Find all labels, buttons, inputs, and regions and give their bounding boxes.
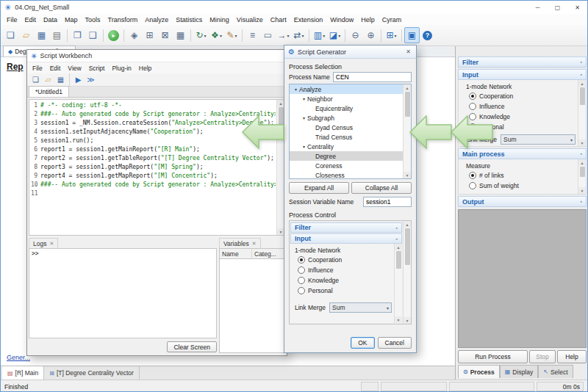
panel-network-option-influence[interactable]: Influence (466, 101, 576, 112)
scroll-down-button[interactable]: ▼ (404, 172, 411, 178)
variables-table-body[interactable] (219, 258, 285, 353)
menu-item-edit[interactable]: Edit (21, 16, 40, 23)
radio-checked-icon[interactable] (298, 256, 305, 264)
variables-panel-header[interactable]: Variables ✕ (219, 238, 261, 248)
dialog-header-input[interactable]: Input ▪ (290, 233, 402, 244)
toolbar-button-layout[interactable]: ❖▾ (209, 27, 224, 43)
scroll-up-button[interactable]: ▲ (578, 159, 586, 166)
code-line-9[interactable]: 9report4 = session1.getMapReport("[M] Co… (31, 172, 276, 181)
toolbar-button-copy[interactable]: ❐ (70, 27, 85, 43)
scroll-down-button[interactable]: ▼ (578, 139, 586, 146)
code-line-10[interactable]: 10###-- Auto generated code by Script ge… (31, 181, 276, 189)
clear-screen-button[interactable]: Clear Screen (167, 341, 217, 352)
link-merge-dropdown[interactable]: Sum ▾ (329, 302, 392, 313)
toolbar-button-run-process[interactable]: ▸ (106, 27, 121, 43)
scroll-down-button[interactable]: ▼ (578, 187, 586, 194)
menu-item-mining[interactable]: Mining (206, 16, 233, 23)
menu-item-analyze[interactable]: Analyze (141, 16, 172, 23)
process-name-input[interactable] (333, 72, 412, 82)
toolbar-button-ruler[interactable]: ▭ (260, 27, 276, 43)
session-variable-input[interactable] (363, 197, 412, 207)
menu-item-script[interactable]: Script (85, 65, 109, 72)
menu-item-visualize[interactable]: Visualize (233, 16, 267, 23)
panel-tab-select[interactable]: ↖Select (538, 365, 573, 378)
pin-icon[interactable]: ▪ (581, 59, 582, 65)
panel-tab-display[interactable]: ▦Display (500, 365, 538, 378)
toolbar-button-expand-network[interactable]: ⊠ (157, 27, 173, 43)
code-line-11[interactable]: 11 (31, 189, 276, 198)
workbench-titlebar[interactable]: ✳ Script Workbench (27, 50, 287, 62)
tree-item-closeness[interactable]: Closeness (290, 170, 403, 179)
scroll-down-button[interactable]: ▼ (395, 316, 402, 323)
toolbar-button-run-script[interactable]: ▶ (72, 74, 85, 85)
radio-unchecked-icon[interactable] (298, 277, 305, 284)
scroll-up-button[interactable]: ▲ (395, 244, 402, 250)
code-line-3[interactable]: 3session1 = _NM.Session.createSession("A… (31, 119, 276, 128)
panel-header-filter[interactable]: Filter ▪ (458, 57, 587, 68)
pin-icon[interactable]: ▪ (581, 151, 582, 156)
radio-checked-icon[interactable] (469, 172, 476, 179)
scroll-down-button[interactable]: ▼ (404, 317, 411, 324)
toolbar-button-link-direction[interactable]: →▾ (276, 27, 291, 43)
pin-icon[interactable]: ▪ (581, 72, 582, 77)
dialog-close-button[interactable]: ✕ (404, 48, 412, 55)
ok-button[interactable]: OK (351, 337, 374, 349)
maximize-button[interactable]: ▢ (548, 1, 567, 14)
radio-unchecked-icon[interactable] (469, 182, 476, 189)
panel-header-output[interactable]: Output ▪ (458, 196, 587, 207)
report-tab-t-degree-centrality-vector[interactable]: ⊞[T] Degree Centrality Vector (44, 366, 140, 380)
scrollbar-thumb[interactable] (580, 167, 585, 177)
script-tab-untitled1[interactable]: *Untitled1 (29, 86, 69, 97)
generator-network-option-influence[interactable]: Influence (295, 265, 392, 275)
run-process-button[interactable]: Run Process (458, 350, 528, 363)
toolbar-button-new-script[interactable]: ❏ (29, 74, 42, 85)
logs-output[interactable]: >> (29, 248, 217, 338)
radio-checked-icon[interactable] (469, 92, 476, 100)
menu-item-statistics[interactable]: Statistics (172, 16, 206, 23)
scrollbar-thumb[interactable] (580, 87, 585, 105)
scrollbar-thumb[interactable] (405, 228, 410, 265)
panel-header-main-process[interactable]: Main process ▪ (458, 148, 587, 159)
panel-network-option-cooperation[interactable]: Cooperation (466, 91, 576, 101)
radio-unchecked-icon[interactable] (298, 266, 305, 274)
generator-network-option-cooperation[interactable]: Cooperation (295, 255, 392, 265)
collapse-all-button[interactable]: Collapse All (351, 182, 412, 194)
toolbar-button-style[interactable]: ✎▾ (224, 27, 240, 43)
close-button[interactable]: ✕ (567, 1, 587, 14)
toolbar-button-transform[interactable]: ↻▾ (193, 27, 209, 43)
tree-item-coreness[interactable]: Coreness (290, 161, 403, 170)
input-section-scrollbar[interactable]: ▲ ▼ (578, 80, 586, 146)
panel-measure-option-of-links[interactable]: # of links (466, 170, 576, 181)
menu-item-data[interactable]: Data (40, 16, 61, 23)
tree-item-equicentrality[interactable]: Equicentrality (290, 104, 403, 113)
radio-unchecked-icon[interactable] (298, 287, 305, 294)
pin-icon[interactable]: ▪ (396, 236, 398, 242)
toolbar-button-save-script[interactable]: ▦ (54, 74, 67, 85)
help-button[interactable]: Help (557, 350, 587, 363)
toolbar-button-table-view[interactable]: ⊞▾ (384, 27, 399, 43)
toolbar-button-link-both[interactable]: ⇄▾ (291, 27, 306, 43)
generator-network-option-personal[interactable]: Personal (295, 286, 392, 296)
code-line-5[interactable]: 5session1.run(); (31, 137, 276, 145)
process-control-scrollbar[interactable]: ▲ ▼ (403, 221, 411, 324)
menu-item-tools[interactable]: Tools (82, 16, 104, 23)
scroll-up-button[interactable]: ▲ (404, 84, 411, 91)
code-line-4[interactable]: 4session1.setInputAdjacencyName("Coopera… (31, 128, 276, 137)
toolbar-button-session-monitor[interactable]: ▣ (404, 27, 420, 43)
tree-item-subgraph[interactable]: ▾Subgraph (290, 113, 403, 123)
pin-icon[interactable]: ▪ (396, 225, 398, 231)
toolbar-button-save[interactable]: ▦ (34, 27, 49, 43)
code-line-6[interactable]: 6report1 = session1.getMainReport("[R] M… (31, 145, 276, 154)
panel-measure-option-sum-of-weight[interactable]: Sum of weight (466, 181, 576, 191)
menu-item-cyram[interactable]: Cyram (379, 16, 406, 23)
close-icon[interactable]: ✕ (252, 241, 257, 247)
menu-item-transform[interactable]: Transform (104, 16, 142, 23)
cancel-button[interactable]: Cancel (378, 337, 412, 349)
toolbar-button-run-selection[interactable]: ≫ (85, 74, 97, 85)
toolbar-button-matrix[interactable]: ▦ (173, 27, 188, 43)
scrollbar-thumb[interactable] (396, 251, 401, 269)
tree-item-dyad-census[interactable]: Dyad Census (290, 123, 403, 132)
menu-item-edit[interactable]: Edit (46, 65, 65, 72)
panel-header-input[interactable]: Input ▪ (458, 69, 587, 80)
variables-column-categ[interactable]: Categ... (252, 249, 284, 258)
